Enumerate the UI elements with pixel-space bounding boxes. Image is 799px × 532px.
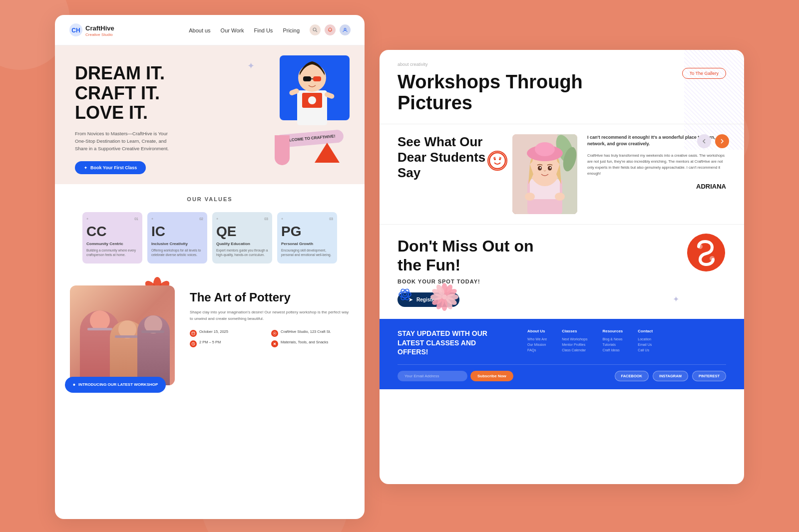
svg-point-36 xyxy=(489,153,505,169)
pinterest-button[interactable]: PINTEREST xyxy=(692,371,726,381)
workshop-date: October 15, 2025 xyxy=(190,329,268,337)
nav-work[interactable]: Our Work xyxy=(221,25,244,34)
footer-link[interactable]: FAQs xyxy=(527,348,547,352)
svg-point-2 xyxy=(313,28,316,31)
workshop-people xyxy=(70,285,175,385)
person-3 xyxy=(137,315,170,385)
values-grid: + 01 CC Community Centric Building a com… xyxy=(70,212,350,263)
notification-icon[interactable] xyxy=(325,24,336,35)
search-icon[interactable] xyxy=(310,24,321,35)
value-card-pg: + 03 PG Personal Growth Encouraging skil… xyxy=(277,212,337,263)
prev-arrow-button[interactable] xyxy=(697,134,711,148)
logo-icon: CH xyxy=(69,23,83,37)
workshop-description: Shape clay into your imagination's desir… xyxy=(190,309,350,322)
nav-find[interactable]: Find Us xyxy=(254,25,273,34)
workshop-materials: Materials, Tools, and Snacks xyxy=(271,340,350,347)
svg-point-49 xyxy=(535,142,555,156)
footer-link[interactable]: Our Mission xyxy=(527,343,547,346)
svg-point-32 xyxy=(274,333,275,334)
workshop-title: The Art of Pottery xyxy=(190,290,350,305)
subscribe-button[interactable]: Subscribe Now xyxy=(470,371,513,381)
svg-point-56 xyxy=(403,293,406,296)
svg-rect-9 xyxy=(313,76,321,81)
value-desc-cc: Building a community where every craftsp… xyxy=(86,248,138,257)
testimonial-heading: See What Our Dear Students Say xyxy=(398,134,502,181)
book-first-class-button[interactable]: Book Your First Class xyxy=(75,161,146,174)
svg-point-55 xyxy=(555,193,565,201)
nav-about[interactable]: About us xyxy=(189,25,210,34)
svg-point-5 xyxy=(344,28,346,30)
testimonial-author: ADRIANA xyxy=(587,183,726,190)
value-name-ic: Inclusive Creativity xyxy=(151,242,203,246)
svg-point-38 xyxy=(499,158,501,160)
facebook-button[interactable]: FACEBOOK xyxy=(615,371,649,381)
footer-link[interactable]: Mentor Profiles xyxy=(562,343,587,346)
svg-line-35 xyxy=(193,344,194,345)
values-section: OUR VALUES + 01 CC Community Centric Bui… xyxy=(55,184,365,275)
navbar: CH CraftHive Creative Studio About us Ou… xyxy=(55,15,365,45)
rp-top-section: about creativity Workshops Through Pictu… xyxy=(380,50,744,124)
footer-link[interactable]: Tutorials xyxy=(602,343,623,346)
svg-point-7 xyxy=(298,64,326,92)
value-abbr-cc: CC xyxy=(86,224,138,240)
values-section-title: OUR VALUES xyxy=(70,196,350,202)
svg-point-52 xyxy=(540,167,541,168)
pink-shape xyxy=(275,135,290,165)
svg-point-75 xyxy=(710,256,715,261)
footer-col-contact: Contact Location Email Us Call Us xyxy=(638,329,653,356)
footer-col-resources: Resources Blog & News Tutorials Craft Id… xyxy=(602,329,623,356)
footer-link[interactable]: Location xyxy=(638,337,653,341)
svg-point-72 xyxy=(442,294,447,299)
value-desc-ic: Offering workshops for all levels to cel… xyxy=(151,248,203,257)
pinwheel-decoration xyxy=(424,277,464,319)
value-name-qe: Quality Education xyxy=(216,242,268,246)
left-panel: CH CraftHive Creative Studio About us Ou… xyxy=(55,15,365,519)
next-arrow-button[interactable] xyxy=(715,134,729,148)
workshop-image xyxy=(70,285,175,385)
svg-point-24 xyxy=(90,310,110,330)
footer-link[interactable]: Email Us xyxy=(638,343,653,346)
user-icon[interactable] xyxy=(340,24,351,35)
plus-marker: ✦ xyxy=(673,294,679,304)
footer-link[interactable]: Who We Are xyxy=(527,337,547,341)
footer-link[interactable]: Class Calendar xyxy=(562,348,587,352)
location-icon xyxy=(271,330,278,337)
hero-section: DREAM IT. CRAFT IT. LOVE IT. From Novice… xyxy=(55,45,365,184)
orange-triangle xyxy=(315,143,340,163)
footer-bg-letter: C xyxy=(479,419,530,484)
svg-point-12 xyxy=(308,96,316,104)
calendar-icon xyxy=(190,330,197,337)
logo-area: CH CraftHive Creative Studio xyxy=(69,23,179,37)
value-card-cc: + 01 CC Community Centric Building a com… xyxy=(82,212,142,263)
svg-rect-29 xyxy=(141,330,164,333)
navigation-arrows xyxy=(697,134,729,148)
testimonial-section: See What Our Dear Students Say xyxy=(380,124,744,225)
footer-columns: About Us Who We Are Our Mission FAQs Cla… xyxy=(527,329,726,356)
cta-title: Don't Miss Out on the Fun! xyxy=(398,237,537,275)
value-name-pg: Personal Growth xyxy=(281,242,333,246)
svg-rect-25 xyxy=(87,328,112,330)
cta-section: Don't Miss Out on the Fun! BOOK YOUR SPO… xyxy=(380,225,744,319)
svg-line-40 xyxy=(499,157,501,158)
footer-link[interactable]: Next Workshops xyxy=(562,337,587,341)
svg-rect-8 xyxy=(303,76,311,81)
value-abbr-pg: PG xyxy=(281,224,333,240)
gallery-button[interactable]: To The Gallery xyxy=(682,68,726,79)
value-desc-qe: Expert mentors guide you through a high-… xyxy=(216,248,268,257)
footer: C STAY UPDATED WITH OUR LATEST CLASSES A… xyxy=(380,319,744,389)
nav-pricing[interactable]: Pricing xyxy=(283,25,300,34)
hero-illustration: WELCOME TO CRAFTHIVE! xyxy=(250,55,350,165)
email-input[interactable] xyxy=(398,371,467,381)
svg-rect-27 xyxy=(115,335,140,338)
svg-text:CH: CH xyxy=(71,27,80,34)
footer-link[interactable]: Call Us xyxy=(638,348,653,352)
email-form: Subscribe Now xyxy=(398,371,513,381)
clock-icon xyxy=(190,340,197,347)
workshop-section: INTRODUCING OUR LATEST WORKSHOP The Art … xyxy=(55,275,365,395)
footer-link[interactable]: Blog & News xyxy=(602,337,623,341)
value-abbr-qe: QE xyxy=(216,224,268,240)
footer-top: STAY UPDATED WITH OUR LATEST CLASSES AND… xyxy=(398,329,726,356)
testimonial-left: See What Our Dear Students Say xyxy=(398,134,502,181)
instagram-button[interactable]: INSTAGRAM xyxy=(653,371,688,381)
footer-link[interactable]: Craft Ideas xyxy=(602,348,623,352)
